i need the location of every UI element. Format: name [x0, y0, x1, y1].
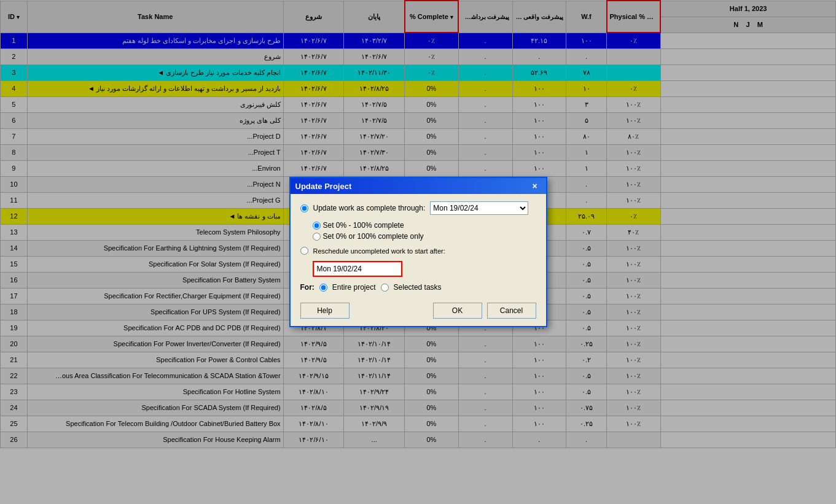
update-work-date-select[interactable]: Mon 19/02/24	[430, 201, 528, 215]
update-work-radio[interactable]	[300, 204, 308, 212]
dialog-overlay: Update Project × Update work as complete…	[0, 0, 836, 504]
help-button[interactable]: Help	[300, 303, 350, 319]
dialog-title-text: Update Project	[295, 182, 352, 191]
update-work-row: Update work as complete through: Mon 19/…	[300, 201, 536, 215]
dialog-button-row: Help OK Cancel	[300, 298, 536, 319]
reschedule-date-input[interactable]	[314, 263, 400, 275]
reschedule-section: Reschedule uncompleted work to start aft…	[300, 247, 536, 277]
entire-project-label: Entire project	[332, 283, 376, 292]
set-0-100-row: Set 0% - 100% complete	[313, 221, 536, 230]
for-label: For:	[300, 283, 314, 292]
update-work-section: Update work as complete through: Mon 19/…	[300, 201, 536, 241]
dialog-title-bar: Update Project ×	[291, 178, 546, 194]
set-complete-options: Set 0% - 100% complete Set 0% or 100% co…	[313, 221, 536, 241]
set-0-100-radio[interactable]	[313, 222, 321, 230]
dialog-close-button[interactable]: ×	[529, 180, 541, 192]
reschedule-radio[interactable]	[300, 247, 308, 255]
entire-project-radio[interactable]	[319, 284, 327, 292]
cancel-button[interactable]: Cancel	[487, 303, 536, 319]
ok-button[interactable]: OK	[433, 303, 482, 319]
set-0-or-radio[interactable]	[313, 233, 321, 241]
for-row: For: Entire project Selected tasks	[300, 283, 536, 292]
selected-tasks-label: Selected tasks	[394, 283, 442, 292]
update-work-label: Update work as complete through:	[313, 204, 426, 212]
reschedule-label: Reschedule uncompleted work to start aft…	[313, 247, 445, 255]
set-0-100-label: Set 0% - 100% complete	[323, 221, 404, 230]
selected-tasks-radio[interactable]	[381, 284, 389, 292]
set-0-or-row: Set 0% or 100% complete only	[313, 232, 536, 241]
dialog-body: Update work as complete through: Mon 19/…	[291, 194, 546, 326]
update-project-dialog: Update Project × Update work as complete…	[289, 177, 547, 327]
reschedule-row: Reschedule uncompleted work to start aft…	[300, 247, 536, 255]
set-0-or-label: Set 0% or 100% complete only	[323, 232, 424, 241]
